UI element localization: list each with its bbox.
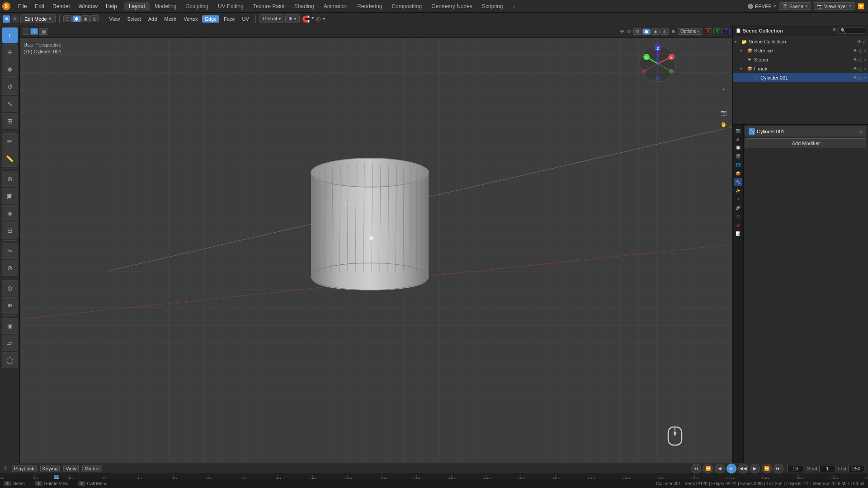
tab-geometry-nodes[interactable]: Geometry Nodes — [427, 2, 477, 10]
magnet-icon[interactable]: 🧲 — [301, 15, 311, 23]
prop-material-icon[interactable]: ◎ — [734, 221, 742, 229]
outliner-search[interactable] — [838, 27, 865, 34]
view-menu[interactable]: View — [107, 15, 123, 23]
shading-rendered[interactable]: ◎ — [90, 15, 99, 22]
jump-end-btn[interactable]: ⏭ — [774, 464, 783, 474]
transform-orientation[interactable]: ⊕ ▾ — [285, 14, 300, 23]
add-modifier-btn[interactable]: Add Modifier — [745, 138, 866, 148]
viewport-gizmo[interactable]: X Y Z — [637, 43, 678, 85]
tool-shrink-fatten[interactable]: ◉ — [2, 318, 18, 334]
shading-material[interactable]: ◉ — [81, 15, 90, 22]
menu-render[interactable]: Render — [49, 2, 74, 10]
start-frame-input[interactable]: 1 — [819, 465, 835, 472]
tool-loop-cut[interactable]: ⊟ — [2, 222, 18, 239]
outliner-cylinder[interactable]: ▸ ⬡ Cylinder.001 👁 ◎ ○ — [733, 73, 868, 82]
pivot-selector[interactable]: Global ▾ — [259, 14, 284, 23]
tab-shading[interactable]: Shading — [290, 2, 319, 10]
camera-icon-5[interactable]: ◎ — [859, 75, 863, 80]
engine-selector[interactable]: EEVEE — [755, 4, 772, 9]
tab-layout[interactable]: Layout — [124, 2, 150, 10]
zoom-in-btn[interactable]: + — [719, 84, 729, 94]
eye-icon[interactable]: 👁 — [857, 39, 862, 44]
shade-mat-vp[interactable]: ◉ — [651, 28, 660, 35]
prop-scene-icon[interactable]: 🎬 — [734, 152, 742, 160]
select-icon[interactable]: ↙ — [863, 39, 866, 44]
outliner-scena[interactable]: ▸ ☀ Scena 👁 ◎ ○ — [733, 55, 868, 64]
eye-icon-5[interactable]: 👁 — [853, 75, 858, 80]
prop-data-icon[interactable]: ⬡ — [734, 212, 742, 221]
select-menu[interactable]: Select — [124, 15, 144, 23]
face-menu[interactable]: Face — [221, 15, 237, 23]
add-menu[interactable]: Add — [146, 15, 160, 23]
tab-scripting[interactable]: Scripting — [477, 2, 508, 10]
jump-start-btn[interactable]: ⏮ — [691, 464, 701, 474]
proportional-dropdown[interactable]: ▾ — [323, 16, 325, 21]
play-reverse-btn[interactable]: ◀◀ — [738, 464, 748, 474]
prop-script-icon[interactable]: 📝 — [734, 230, 742, 238]
tab-texture-paint[interactable]: Texture Paint — [249, 2, 289, 10]
tab-modeling[interactable]: Modeling — [150, 2, 181, 10]
edge-menu[interactable]: Edge — [202, 15, 219, 23]
prop-output-icon[interactable]: 🖨 — [734, 135, 742, 143]
properties-options-btn[interactable]: ⚙ — [859, 129, 863, 134]
shade-solid-vp[interactable]: ⬢ — [642, 28, 651, 35]
pan-view-btn[interactable]: 🖐 — [719, 119, 729, 129]
step-back-btn[interactable]: ⏪ — [703, 464, 713, 474]
layer-selector[interactable]: 📷 ViewLayer ▾ — [814, 2, 855, 10]
prop-physics-icon[interactable]: ⚛ — [734, 195, 742, 203]
prop-object-icon[interactable]: 📦 — [734, 169, 742, 178]
prop-particles-icon[interactable]: ✨ — [734, 187, 742, 195]
snap-dropdown[interactable]: ▾ — [311, 15, 314, 23]
blender-logo[interactable]: B — [0, 0, 13, 13]
tool-to-sphere[interactable]: ◯ — [2, 352, 18, 368]
camera-icon-3[interactable]: ◎ — [859, 57, 863, 62]
timeline-panel-icon[interactable]: ⏱ — [4, 466, 8, 471]
end-frame-input[interactable]: 250 — [848, 465, 864, 472]
tool-scale[interactable]: ⤡ — [2, 96, 18, 112]
outliner-scene-collection[interactable]: ▾ 📁 Scene Collection 👁 ↙ — [733, 37, 868, 46]
tab-uv-editing[interactable]: UV Editing — [213, 2, 248, 10]
eye-icon-4[interactable]: 👁 — [853, 66, 858, 71]
tool-spin[interactable]: ⊙ — [2, 280, 18, 296]
scene-selector[interactable]: 🎬 Scene ▾ — [779, 2, 811, 10]
camera-icon-4[interactable]: ◎ — [859, 66, 863, 71]
tab-add[interactable]: + — [508, 2, 520, 10]
shade-render-vp[interactable]: ◎ — [660, 28, 669, 35]
face-select-btn[interactable]: ▦ — [39, 28, 48, 35]
shading-solid[interactable]: ⬢ — [72, 15, 81, 22]
tool-annotate[interactable]: ✏ — [2, 133, 18, 150]
prop-constraints-icon[interactable]: 🔗 — [734, 204, 742, 212]
gizmo-toggle[interactable]: ⊕ — [671, 29, 675, 34]
menu-window[interactable]: Window — [75, 2, 101, 10]
options-btn[interactable]: Options ▾ — [678, 28, 702, 35]
proportional-icon[interactable]: ◎ — [315, 16, 322, 22]
render-icon-3[interactable]: ○ — [863, 57, 866, 62]
tool-measure[interactable]: 📏 — [2, 150, 18, 167]
filter-icon[interactable]: 🔽 — [858, 3, 864, 9]
step-forward-btn[interactable]: ⏩ — [762, 464, 772, 474]
camera-view-btn[interactable]: 📷 — [719, 108, 729, 117]
outliner-hrnek[interactable]: ▾ 📦 Hrnek 👁 ◎ ○ — [733, 64, 868, 73]
marker-btn[interactable]: Marker — [82, 465, 102, 472]
tool-rotate[interactable]: ↺ — [2, 79, 18, 95]
overlay-icon[interactable]: 👁 — [620, 29, 624, 34]
tab-compositing[interactable]: Compositing — [387, 2, 426, 10]
prop-render-icon[interactable]: 📷 — [734, 127, 742, 135]
render-icon-2[interactable]: ○ — [863, 48, 866, 53]
uv-menu[interactable]: UV — [240, 15, 252, 23]
view-btn-tl[interactable]: View — [63, 465, 79, 472]
prop-view-layer-icon[interactable]: 🔲 — [734, 144, 742, 152]
keying-btn[interactable]: Keying — [40, 465, 60, 472]
outliner-filter[interactable]: ⚙ — [832, 27, 836, 34]
mode-selector[interactable]: Edit Mode ▾ — [20, 14, 56, 23]
eye-icon-3[interactable]: 👁 — [853, 57, 858, 62]
tool-inset[interactable]: ▣ — [2, 188, 18, 204]
current-frame-display[interactable]: 16 — [787, 465, 803, 472]
tool-move[interactable]: ✥ — [2, 61, 18, 78]
next-frame-btn[interactable]: ▶ — [750, 464, 760, 474]
tool-extrude[interactable]: ⊕ — [2, 171, 18, 187]
render-icon-4[interactable]: ○ — [863, 66, 866, 71]
tool-shear[interactable]: ▱ — [2, 335, 18, 351]
play-btn[interactable]: ▶ — [726, 464, 736, 474]
tab-rendering[interactable]: Rendering — [353, 2, 387, 10]
